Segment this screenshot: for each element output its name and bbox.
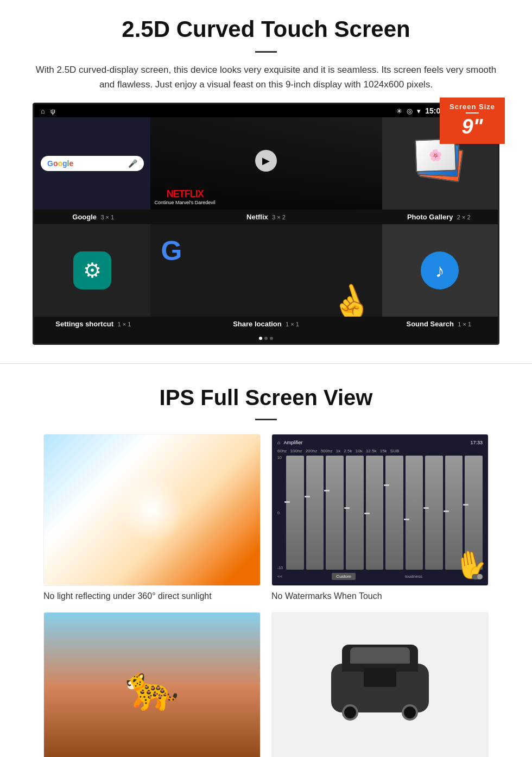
settings-app-size: 1 × 1 xyxy=(117,321,131,327)
scale-neg10: -10 xyxy=(277,566,283,570)
gallery-app-name: Photo Gallery xyxy=(407,213,453,221)
netflix-subtitle: Continue Marvel's Daredevil xyxy=(155,200,216,205)
section2-ips: IPS Full Screen View No light reflecting… xyxy=(0,369,532,757)
amp-hz-15k: 15k xyxy=(380,449,387,453)
sun-glow xyxy=(119,477,185,542)
amp-header: ⌂ Amplifier 17:33 xyxy=(277,440,483,445)
amp-hz-2k: 2.5k xyxy=(344,449,352,453)
gallery-app-size: 2 × 2 xyxy=(457,214,471,220)
screen-size-badge: Screen Size 9" xyxy=(440,97,505,144)
badge-underline xyxy=(466,112,479,113)
label-netflix: Netflix 3 × 2 xyxy=(153,212,380,222)
share-app-size: 1 × 1 xyxy=(286,321,299,327)
app-labels-row1: Google 3 × 1 Netflix 3 × 2 Photo Gallery… xyxy=(34,210,498,224)
amp-nav: << xyxy=(277,574,282,579)
netflix-logo: NETFLIX xyxy=(155,188,216,200)
settings-app-name: Settings shortcut xyxy=(55,320,113,328)
amp-home-icon: ⌂ xyxy=(277,440,280,445)
bluetooth-icon: ✳ xyxy=(396,107,402,115)
google-logo: Google xyxy=(47,159,73,168)
label-google: Google 3 × 1 xyxy=(34,212,153,222)
sunlight-visual xyxy=(44,434,260,585)
gear-icon: ⚙ xyxy=(83,258,102,282)
amp-hand-icon: ✋ xyxy=(452,546,489,583)
amp-loudness-toggle[interactable] xyxy=(472,574,483,579)
feature-sunlight: No light reflecting under 360° direct su… xyxy=(43,434,261,601)
sound-app-image: ♪ xyxy=(382,224,498,317)
section2-title: IPS Full Screen View xyxy=(33,386,499,410)
car-container xyxy=(331,664,429,712)
amp-sub: SUB xyxy=(390,449,399,453)
screen-mockup-wrapper: Screen Size 9" ⌂ ψ ✳ ◎ ▾ xyxy=(33,103,499,345)
amplifier-visual: ⌂ Amplifier 17:33 60hz 100hz 200hz 500hz… xyxy=(272,434,488,585)
amp-labels-row: 60hz 100hz 200hz 500hz 1k 2.5k 10k 12.5k… xyxy=(277,449,483,453)
netflix-content: ▶ NETFLIX Continue Marvel's Daredevil xyxy=(150,117,382,210)
amp-footer: << Custom loudness xyxy=(277,573,483,580)
title-underline xyxy=(255,51,277,53)
section2-underline xyxy=(255,419,277,420)
slider-handle-7 xyxy=(404,519,409,520)
status-bar-left: ⌂ ψ xyxy=(41,107,55,115)
app-labels-row2: Settings shortcut 1 × 1 Share location 1… xyxy=(34,317,498,331)
label-share: Share location 1 × 1 xyxy=(153,319,380,329)
sunlight-gradient xyxy=(44,434,260,585)
feature-amplifier: ⌂ Amplifier 17:33 60hz 100hz 200hz 500hz… xyxy=(271,434,489,601)
badge-label: Screen Size xyxy=(449,103,495,111)
car-wheel-right xyxy=(402,704,418,721)
page-dot-3 xyxy=(270,337,273,340)
google-app-name: Google xyxy=(72,213,97,221)
photo-stack: 🌸 xyxy=(415,139,464,188)
netflix-app-name: Netflix xyxy=(246,213,268,221)
location-icon: ◎ xyxy=(407,107,413,115)
app-cell-netflix[interactable]: ▶ NETFLIX Continue Marvel's Daredevil xyxy=(150,117,382,210)
share-app-name: Share location xyxy=(233,320,282,328)
slider-3 xyxy=(326,456,344,570)
app-cell-settings[interactable]: ⚙ xyxy=(34,224,150,317)
label-gallery: Photo Gallery 2 × 2 xyxy=(380,212,498,222)
music-icon: ♪ xyxy=(421,251,459,289)
features-grid: No light reflecting under 360° direct su… xyxy=(33,434,499,757)
amp-time: 17:33 xyxy=(470,440,483,445)
section-divider xyxy=(0,363,532,364)
amp-scale: 10 0 -10 xyxy=(277,456,285,570)
page-dot-2 xyxy=(264,337,268,340)
app-cell-share[interactable]: G ☝ xyxy=(150,224,382,317)
page: 2.5D Curved Touch Screen With 2.5D curve… xyxy=(0,0,532,757)
section1-curved-screen: 2.5D Curved Touch Screen With 2.5D curve… xyxy=(0,0,532,358)
feature-img-cheetah: 🐆 xyxy=(43,612,261,757)
slider-8 xyxy=(425,456,443,570)
settings-icon: ⚙ xyxy=(73,251,111,289)
page-dots xyxy=(34,333,498,343)
feature-car: Large Viewing Angle xyxy=(271,612,489,757)
feature-img-sunlight xyxy=(43,434,261,586)
home-icon: ⌂ xyxy=(41,107,45,115)
g-logo: G xyxy=(161,235,182,267)
feature-cheetah: 🐆 Super Fast Response xyxy=(43,612,261,757)
slider-4 xyxy=(346,456,364,570)
scale-10: 10 xyxy=(277,456,283,459)
slider-handle-4 xyxy=(344,507,350,509)
amp-hz-1k: 1k xyxy=(336,449,340,453)
page-dot-1 xyxy=(259,337,262,340)
app-cell-google[interactable]: Google 🎤 xyxy=(34,117,150,210)
slider-handle-1 xyxy=(284,501,290,503)
app-grid-row1: Google 🎤 ▶ NETFLIX xyxy=(34,117,498,210)
amp-hz-200: 200hz xyxy=(306,449,318,453)
music-note-icon: ♪ xyxy=(435,260,445,281)
settings-app-image: ⚙ xyxy=(34,224,150,317)
sound-app-size: 1 × 1 xyxy=(458,321,471,327)
cheetah-visual: 🐆 xyxy=(44,613,260,757)
amp-hz-60: 60hz xyxy=(277,449,287,453)
netflix-play-button[interactable]: ▶ xyxy=(255,150,277,172)
scale-0: 0 xyxy=(277,511,283,515)
app-cell-sound[interactable]: ♪ xyxy=(382,224,498,317)
slider-handle-3 xyxy=(324,490,330,491)
netflix-text-overlay: NETFLIX Continue Marvel's Daredevil xyxy=(155,188,216,205)
google-search-bar[interactable]: Google 🎤 xyxy=(41,156,144,171)
mic-icon: 🎤 xyxy=(128,159,137,168)
label-settings: Settings shortcut 1 × 1 xyxy=(34,319,153,329)
slider-handle-8 xyxy=(423,507,429,509)
google-app-size: 3 × 1 xyxy=(100,214,114,220)
cheetah-emoji: 🐆 xyxy=(125,663,179,714)
amp-bars-container: ✋ xyxy=(286,456,483,570)
